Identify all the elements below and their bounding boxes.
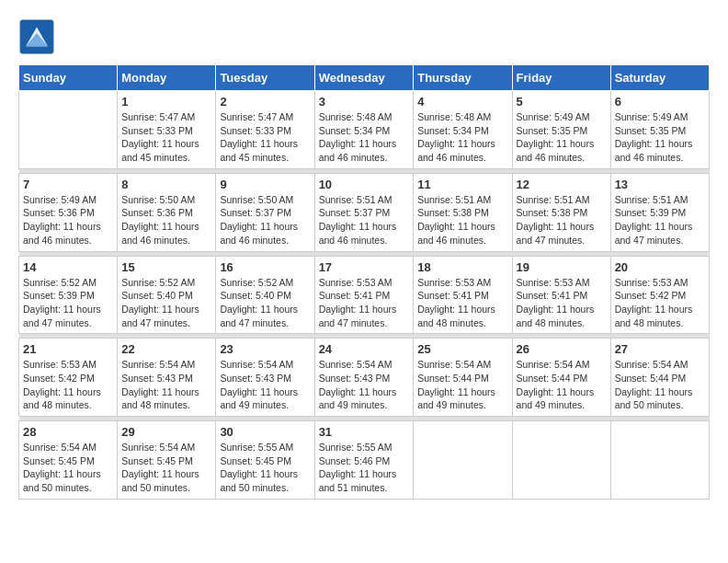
day-number: 15 <box>121 260 211 274</box>
day-info: Sunrise: 5:53 AM Sunset: 5:41 PM Dayligh… <box>417 276 507 330</box>
day-number: 20 <box>615 260 705 274</box>
day-cell: 14Sunrise: 5:52 AM Sunset: 5:39 PM Dayli… <box>19 256 118 334</box>
week-row-1: 1Sunrise: 5:47 AM Sunset: 5:33 PM Daylig… <box>19 91 710 169</box>
day-cell <box>610 421 709 500</box>
day-number: 11 <box>417 178 507 191</box>
day-info: Sunrise: 5:54 AM Sunset: 5:43 PM Dayligh… <box>121 358 211 412</box>
day-cell: 20Sunrise: 5:53 AM Sunset: 5:42 PM Dayli… <box>610 256 709 334</box>
day-info: Sunrise: 5:48 AM Sunset: 5:34 PM Dayligh… <box>319 110 410 165</box>
day-info: Sunrise: 5:49 AM Sunset: 5:35 PM Dayligh… <box>517 110 607 165</box>
day-number: 30 <box>220 425 310 439</box>
day-info: Sunrise: 5:53 AM Sunset: 5:42 PM Dayligh… <box>23 358 113 412</box>
day-info: Sunrise: 5:47 AM Sunset: 5:33 PM Dayligh… <box>220 110 310 165</box>
day-cell <box>414 421 512 500</box>
day-number: 14 <box>23 260 113 274</box>
day-cell: 30Sunrise: 5:55 AM Sunset: 5:45 PM Dayli… <box>216 421 314 500</box>
day-number: 4 <box>417 95 507 109</box>
day-number: 10 <box>319 178 410 191</box>
day-info: Sunrise: 5:54 AM Sunset: 5:43 PM Dayligh… <box>220 358 310 412</box>
week-row-4: 21Sunrise: 5:53 AM Sunset: 5:42 PM Dayli… <box>19 339 710 417</box>
column-header-monday: Monday <box>118 65 216 91</box>
day-info: Sunrise: 5:54 AM Sunset: 5:45 PM Dayligh… <box>121 441 211 495</box>
day-number: 27 <box>615 342 705 356</box>
day-info: Sunrise: 5:54 AM Sunset: 5:43 PM Dayligh… <box>319 358 410 412</box>
day-cell: 11Sunrise: 5:51 AM Sunset: 5:38 PM Dayli… <box>414 173 512 251</box>
day-cell: 25Sunrise: 5:54 AM Sunset: 5:44 PM Dayli… <box>414 339 512 417</box>
day-cell: 18Sunrise: 5:53 AM Sunset: 5:41 PM Dayli… <box>414 256 512 334</box>
day-cell: 2Sunrise: 5:47 AM Sunset: 5:33 PM Daylig… <box>216 91 314 169</box>
week-row-3: 14Sunrise: 5:52 AM Sunset: 5:39 PM Dayli… <box>19 256 710 334</box>
day-cell: 22Sunrise: 5:54 AM Sunset: 5:43 PM Dayli… <box>118 339 216 417</box>
day-number: 23 <box>220 342 310 356</box>
day-cell <box>512 421 610 500</box>
column-header-wednesday: Wednesday <box>314 65 414 91</box>
day-cell <box>19 91 118 169</box>
day-number: 18 <box>417 260 507 274</box>
day-number: 8 <box>121 178 211 191</box>
column-header-sunday: Sunday <box>19 65 118 91</box>
day-info: Sunrise: 5:50 AM Sunset: 5:37 PM Dayligh… <box>220 193 310 247</box>
day-info: Sunrise: 5:54 AM Sunset: 5:44 PM Dayligh… <box>417 358 507 412</box>
day-cell: 9Sunrise: 5:50 AM Sunset: 5:37 PM Daylig… <box>216 173 314 251</box>
day-cell: 23Sunrise: 5:54 AM Sunset: 5:43 PM Dayli… <box>216 339 314 417</box>
day-number: 31 <box>319 425 410 439</box>
calendar: SundayMondayTuesdayWednesdayThursdayFrid… <box>18 64 710 500</box>
day-info: Sunrise: 5:52 AM Sunset: 5:39 PM Dayligh… <box>23 276 113 330</box>
day-cell: 27Sunrise: 5:54 AM Sunset: 5:44 PM Dayli… <box>610 339 709 417</box>
day-info: Sunrise: 5:53 AM Sunset: 5:41 PM Dayligh… <box>319 276 410 330</box>
day-number: 7 <box>23 178 113 191</box>
day-cell: 16Sunrise: 5:52 AM Sunset: 5:40 PM Dayli… <box>216 256 314 334</box>
day-cell: 6Sunrise: 5:49 AM Sunset: 5:35 PM Daylig… <box>610 91 709 169</box>
day-cell: 26Sunrise: 5:54 AM Sunset: 5:44 PM Dayli… <box>512 339 610 417</box>
day-cell: 13Sunrise: 5:51 AM Sunset: 5:39 PM Dayli… <box>610 173 709 251</box>
day-cell: 4Sunrise: 5:48 AM Sunset: 5:34 PM Daylig… <box>414 91 512 169</box>
day-info: Sunrise: 5:55 AM Sunset: 5:45 PM Dayligh… <box>220 441 310 495</box>
day-number: 6 <box>615 95 705 109</box>
day-cell: 15Sunrise: 5:52 AM Sunset: 5:40 PM Dayli… <box>118 256 216 334</box>
day-number: 2 <box>220 95 310 109</box>
day-number: 22 <box>121 342 211 356</box>
day-number: 13 <box>615 178 705 191</box>
day-info: Sunrise: 5:49 AM Sunset: 5:35 PM Dayligh… <box>615 110 705 165</box>
day-info: Sunrise: 5:53 AM Sunset: 5:41 PM Dayligh… <box>517 276 607 330</box>
day-cell: 28Sunrise: 5:54 AM Sunset: 5:45 PM Dayli… <box>19 421 118 500</box>
day-info: Sunrise: 5:51 AM Sunset: 5:38 PM Dayligh… <box>417 193 507 247</box>
day-info: Sunrise: 5:47 AM Sunset: 5:33 PM Dayligh… <box>121 110 211 165</box>
day-info: Sunrise: 5:48 AM Sunset: 5:34 PM Dayligh… <box>417 110 507 165</box>
logo-icon <box>18 18 55 55</box>
day-number: 3 <box>319 95 410 109</box>
day-number: 25 <box>417 342 507 356</box>
day-cell: 8Sunrise: 5:50 AM Sunset: 5:36 PM Daylig… <box>118 173 216 251</box>
day-number: 19 <box>517 260 607 274</box>
day-info: Sunrise: 5:54 AM Sunset: 5:44 PM Dayligh… <box>517 358 607 412</box>
day-info: Sunrise: 5:55 AM Sunset: 5:46 PM Dayligh… <box>319 441 410 495</box>
day-cell: 12Sunrise: 5:51 AM Sunset: 5:38 PM Dayli… <box>512 173 610 251</box>
day-number: 12 <box>517 178 607 191</box>
day-info: Sunrise: 5:50 AM Sunset: 5:36 PM Dayligh… <box>121 193 211 247</box>
day-info: Sunrise: 5:49 AM Sunset: 5:36 PM Dayligh… <box>23 193 113 247</box>
day-info: Sunrise: 5:52 AM Sunset: 5:40 PM Dayligh… <box>220 276 310 330</box>
day-info: Sunrise: 5:51 AM Sunset: 5:39 PM Dayligh… <box>615 193 705 247</box>
day-number: 28 <box>23 425 113 439</box>
day-info: Sunrise: 5:51 AM Sunset: 5:38 PM Dayligh… <box>517 193 607 247</box>
day-cell: 7Sunrise: 5:49 AM Sunset: 5:36 PM Daylig… <box>19 173 118 251</box>
day-cell: 21Sunrise: 5:53 AM Sunset: 5:42 PM Dayli… <box>19 339 118 417</box>
day-cell: 5Sunrise: 5:49 AM Sunset: 5:35 PM Daylig… <box>512 91 610 169</box>
logo <box>18 18 59 55</box>
day-info: Sunrise: 5:54 AM Sunset: 5:45 PM Dayligh… <box>23 441 113 495</box>
column-header-tuesday: Tuesday <box>216 65 314 91</box>
day-info: Sunrise: 5:51 AM Sunset: 5:37 PM Dayligh… <box>319 193 410 247</box>
day-info: Sunrise: 5:52 AM Sunset: 5:40 PM Dayligh… <box>121 276 211 330</box>
day-number: 16 <box>220 260 310 274</box>
day-cell: 29Sunrise: 5:54 AM Sunset: 5:45 PM Dayli… <box>118 421 216 500</box>
day-cell: 17Sunrise: 5:53 AM Sunset: 5:41 PM Dayli… <box>314 256 414 334</box>
column-header-friday: Friday <box>512 65 610 91</box>
day-number: 26 <box>517 342 607 356</box>
day-number: 1 <box>121 95 211 109</box>
day-number: 21 <box>23 342 113 356</box>
day-number: 5 <box>517 95 607 109</box>
day-info: Sunrise: 5:54 AM Sunset: 5:44 PM Dayligh… <box>615 358 705 412</box>
day-info: Sunrise: 5:53 AM Sunset: 5:42 PM Dayligh… <box>615 276 705 330</box>
day-number: 29 <box>121 425 211 439</box>
day-cell: 3Sunrise: 5:48 AM Sunset: 5:34 PM Daylig… <box>314 91 414 169</box>
